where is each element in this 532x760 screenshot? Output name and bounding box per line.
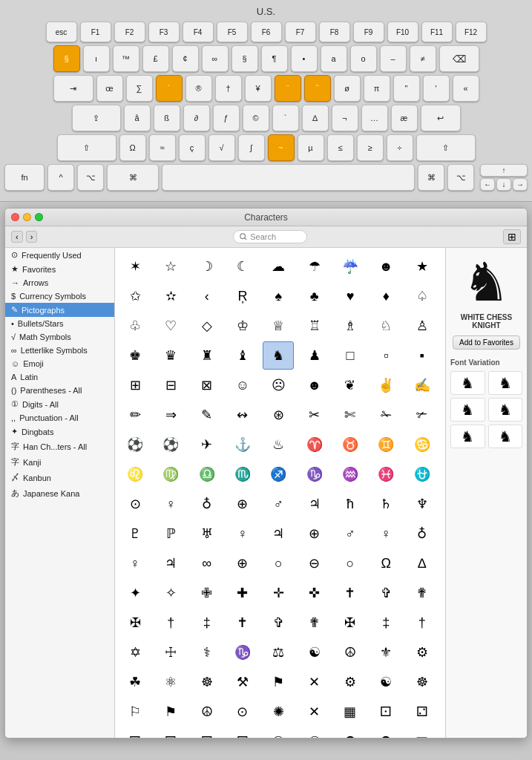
char-cell[interactable]: ☽ (191, 252, 223, 281)
char-cell[interactable]: ⚙ (335, 668, 366, 696)
font-variation-cell[interactable]: ♞ (450, 398, 485, 422)
font-variation-cell[interactable]: ♞ (488, 371, 523, 395)
key-tm[interactable]: ™ (113, 45, 139, 72)
char-cell[interactable]: ☻ (299, 371, 330, 399)
char-cell[interactable]: ☔ (335, 252, 366, 281)
key-shift-left[interactable]: ⇧ (57, 134, 116, 161)
char-cell[interactable]: ♁ (407, 520, 438, 548)
key-dagger[interactable]: † (215, 75, 242, 102)
key-f12[interactable]: F12 (456, 22, 487, 42)
char-cell[interactable]: ○ (263, 549, 294, 577)
char-cell[interactable]: ⚇ (299, 727, 330, 738)
sidebar-item-punctuation[interactable]: ,, Punctuation - All (5, 411, 114, 425)
key-space[interactable] (162, 164, 415, 191)
char-cell[interactable]: ♀ (155, 490, 186, 518)
char-cell[interactable]: ✏ (119, 401, 151, 429)
key-ostroke[interactable]: ø (334, 75, 361, 102)
char-cell[interactable]: ✠ (335, 609, 366, 637)
char-cell[interactable]: ⊞ (119, 371, 151, 399)
char-cell[interactable]: ✟ (407, 579, 438, 607)
char-cell[interactable]: ✕ (299, 668, 330, 696)
char-cell[interactable]: ⛎ (407, 460, 438, 488)
key-f2[interactable]: F2 (114, 22, 145, 42)
char-cell[interactable]: ◇ (191, 312, 223, 340)
key-infinity[interactable]: ∞ (202, 45, 229, 72)
char-cell[interactable]: ✞ (263, 609, 294, 637)
back-button[interactable]: ‹ (11, 231, 23, 243)
char-cell[interactable]: ⊕ (227, 490, 258, 518)
key-right[interactable]: → (513, 178, 528, 191)
char-cell[interactable]: ♓ (370, 460, 401, 488)
char-cell[interactable]: ⚂ (119, 727, 151, 738)
char-cell[interactable]: ✌ (370, 371, 401, 399)
char-cell[interactable]: ♀ (119, 549, 151, 577)
char-cell[interactable]: ✄ (335, 401, 366, 429)
key-f8[interactable]: F8 (319, 22, 350, 42)
key-acute[interactable]: ´ (156, 75, 183, 102)
key-cmd-right[interactable]: ⌘ (418, 164, 444, 191)
char-cell[interactable]: ⚆ (263, 727, 294, 738)
char-cell[interactable]: ☸ (191, 668, 223, 696)
key-f3[interactable]: F3 (148, 22, 180, 42)
key-delta[interactable]: ∆ (302, 105, 329, 131)
char-cell[interactable]: ☻ (370, 252, 401, 281)
view-toggle-button[interactable]: ⊞ (503, 229, 521, 244)
char-cell[interactable]: ☁ (263, 252, 294, 281)
key-eszett[interactable]: ß (154, 105, 180, 131)
char-cell[interactable]: ☩ (155, 638, 186, 666)
char-cell[interactable]: ⚓ (227, 430, 258, 459)
key-neq[interactable]: ≠ (410, 45, 436, 72)
char-cell[interactable]: ♝ (227, 341, 258, 370)
char-cell[interactable]: ♛ (155, 341, 186, 370)
key-esc[interactable]: esc (46, 22, 77, 42)
sidebar-item-currency[interactable]: $ Currency Symbols (5, 289, 114, 303)
char-cell[interactable]: ☾ (227, 252, 258, 281)
char-cell[interactable]: ⚁ (407, 698, 438, 726)
key-pilcrow[interactable]: ¶ (261, 45, 288, 72)
key-f4[interactable]: F4 (183, 22, 214, 42)
char-cell[interactable]: ✈ (191, 430, 223, 459)
char-cell[interactable]: ♎ (191, 460, 223, 488)
char-cell[interactable]: ♆ (407, 490, 438, 518)
char-cell[interactable]: ☂ (299, 252, 330, 281)
key-option-left[interactable]: ⌥ (77, 164, 104, 191)
char-cell[interactable]: ♉ (335, 430, 366, 459)
char-cell[interactable]: ⚽ (155, 430, 186, 459)
key-tab[interactable]: ⇥ (53, 75, 93, 102)
key-umlaut[interactable]: ¨ (275, 75, 301, 102)
sidebar-item-math[interactable]: √ Math Symbols (5, 330, 114, 344)
char-cell[interactable]: ⊙ (227, 698, 258, 726)
key-not[interactable]: ¬ (332, 105, 358, 131)
char-cell[interactable]: ☸ (407, 668, 438, 696)
key-geq[interactable]: ≥ (357, 134, 384, 161)
font-variation-cell[interactable]: ♞ (488, 425, 523, 448)
char-cell[interactable]: □ (335, 341, 366, 370)
char-cell[interactable]: ✠ (119, 609, 151, 637)
char-cell[interactable]: ♃ (263, 520, 294, 548)
char-cell[interactable]: ∆ (407, 549, 438, 577)
char-cell[interactable]: ✎ (191, 401, 223, 429)
forward-button[interactable]: › (26, 231, 38, 243)
key-f6[interactable]: F6 (251, 22, 282, 42)
char-cell[interactable]: Ω (370, 549, 401, 577)
char-cell[interactable]: ⊟ (155, 371, 186, 399)
char-cell[interactable]: ♘ (370, 312, 401, 340)
key-omega[interactable]: Ω (119, 134, 146, 161)
char-cell[interactable]: ★ (407, 252, 438, 281)
sidebar-item-pictographs[interactable]: ✎ Pictographs (5, 303, 114, 317)
char-cell[interactable]: ♣ (299, 282, 330, 310)
key-florin[interactable]: ƒ (213, 105, 240, 131)
char-cell[interactable]: ♋ (407, 430, 438, 459)
char-cell[interactable]: ✂ (299, 401, 330, 429)
key-sqrt[interactable]: √ (208, 134, 235, 161)
char-cell[interactable]: ⊕ (227, 549, 258, 577)
char-cell[interactable]: ▫ (370, 341, 401, 370)
char-cell[interactable]: ▤ (407, 727, 438, 738)
char-cell[interactable]: ✝ (335, 579, 366, 607)
sidebar-item-arrows[interactable]: → Arrows (5, 276, 114, 289)
char-cell[interactable]: ♧ (119, 312, 151, 340)
char-cell[interactable]: ♊ (370, 430, 401, 459)
char-cell[interactable]: ♀ (370, 520, 401, 548)
char-cell[interactable]: ✃ (407, 401, 438, 429)
char-cell[interactable]: ⚄ (191, 727, 223, 738)
